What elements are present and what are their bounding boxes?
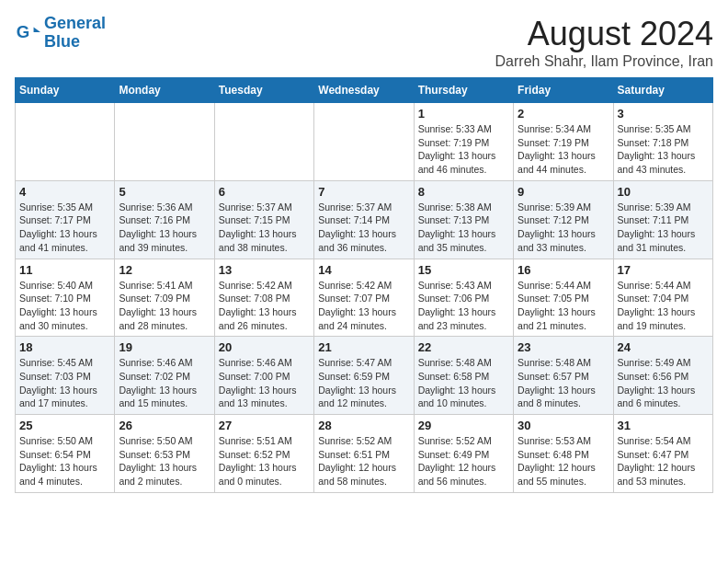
day-number: 10 [618, 185, 709, 199]
day-number: 16 [518, 263, 609, 277]
calendar-table: SundayMondayTuesdayWednesdayThursdayFrid… [15, 77, 713, 493]
logo-icon: G [15, 20, 40, 46]
weekday-header: Friday [514, 78, 613, 103]
day-info: Sunrise: 5:35 AM Sunset: 7:18 PM Dayligh… [618, 122, 709, 177]
day-info: Sunrise: 5:39 AM Sunset: 7:11 PM Dayligh… [618, 201, 709, 255]
day-info: Sunrise: 5:39 AM Sunset: 7:12 PM Dayligh… [518, 201, 609, 255]
calendar-cell [314, 103, 414, 181]
calendar-cell: 5Sunrise: 5:36 AM Sunset: 7:16 PM Daylig… [115, 180, 214, 259]
day-info: Sunrise: 5:46 AM Sunset: 7:00 PM Dayligh… [219, 356, 310, 410]
day-number: 14 [318, 263, 409, 277]
day-number: 22 [418, 340, 509, 354]
calendar-cell: 30Sunrise: 5:53 AM Sunset: 6:48 PM Dayli… [514, 415, 613, 493]
calendar-cell: 19Sunrise: 5:46 AM Sunset: 7:02 PM Dayli… [115, 337, 214, 415]
day-info: Sunrise: 5:44 AM Sunset: 7:05 PM Dayligh… [518, 279, 609, 333]
calendar-cell: 26Sunrise: 5:50 AM Sunset: 6:53 PM Dayli… [115, 415, 214, 493]
title-block: August 2024 Darreh Shahr, Ilam Province,… [495, 15, 713, 70]
day-info: Sunrise: 5:45 AM Sunset: 7:03 PM Dayligh… [19, 356, 110, 410]
calendar-cell: 29Sunrise: 5:52 AM Sunset: 6:49 PM Dayli… [414, 415, 513, 493]
day-number: 4 [19, 185, 110, 199]
month-title: August 2024 [495, 15, 713, 53]
day-info: Sunrise: 5:48 AM Sunset: 6:58 PM Dayligh… [418, 356, 509, 410]
calendar-header-row: SundayMondayTuesdayWednesdayThursdayFrid… [16, 78, 713, 103]
day-info: Sunrise: 5:46 AM Sunset: 7:02 PM Dayligh… [119, 356, 210, 410]
day-number: 18 [19, 340, 110, 354]
day-number: 3 [618, 107, 709, 121]
day-number: 30 [518, 419, 609, 432]
calendar-cell: 24Sunrise: 5:49 AM Sunset: 6:56 PM Dayli… [613, 337, 712, 415]
day-info: Sunrise: 5:37 AM Sunset: 7:14 PM Dayligh… [318, 201, 409, 255]
calendar-cell: 11Sunrise: 5:40 AM Sunset: 7:10 PM Dayli… [16, 259, 115, 337]
calendar-week-row: 4Sunrise: 5:35 AM Sunset: 7:17 PM Daylig… [16, 180, 713, 259]
day-info: Sunrise: 5:40 AM Sunset: 7:10 PM Dayligh… [19, 279, 110, 333]
day-info: Sunrise: 5:38 AM Sunset: 7:13 PM Dayligh… [418, 201, 509, 255]
calendar-cell: 12Sunrise: 5:41 AM Sunset: 7:09 PM Dayli… [115, 259, 214, 337]
day-info: Sunrise: 5:42 AM Sunset: 7:08 PM Dayligh… [219, 279, 310, 333]
calendar-cell: 7Sunrise: 5:37 AM Sunset: 7:14 PM Daylig… [314, 180, 414, 259]
day-number: 21 [318, 340, 409, 354]
day-number: 31 [618, 419, 709, 432]
logo: G General Blue [15, 15, 106, 52]
day-info: Sunrise: 5:54 AM Sunset: 6:47 PM Dayligh… [618, 434, 709, 488]
calendar-cell: 20Sunrise: 5:46 AM Sunset: 7:00 PM Dayli… [214, 337, 313, 415]
day-number: 17 [618, 263, 709, 277]
day-number: 5 [119, 185, 210, 199]
calendar-cell [214, 103, 313, 181]
calendar-cell: 2Sunrise: 5:34 AM Sunset: 7:19 PM Daylig… [514, 103, 613, 181]
day-info: Sunrise: 5:42 AM Sunset: 7:07 PM Dayligh… [318, 279, 409, 333]
day-info: Sunrise: 5:52 AM Sunset: 6:49 PM Dayligh… [418, 434, 509, 488]
day-info: Sunrise: 5:50 AM Sunset: 6:54 PM Dayligh… [19, 434, 110, 488]
calendar-cell: 8Sunrise: 5:38 AM Sunset: 7:13 PM Daylig… [414, 180, 513, 259]
day-info: Sunrise: 5:53 AM Sunset: 6:48 PM Dayligh… [518, 434, 609, 488]
calendar-cell: 25Sunrise: 5:50 AM Sunset: 6:54 PM Dayli… [16, 415, 115, 493]
day-number: 27 [219, 419, 310, 432]
day-info: Sunrise: 5:48 AM Sunset: 6:57 PM Dayligh… [518, 356, 609, 410]
day-info: Sunrise: 5:49 AM Sunset: 6:56 PM Dayligh… [618, 356, 709, 410]
day-number: 13 [219, 263, 310, 277]
day-info: Sunrise: 5:47 AM Sunset: 6:59 PM Dayligh… [318, 356, 409, 410]
logo-text: General Blue [44, 15, 106, 52]
weekday-header: Monday [115, 78, 214, 103]
calendar-cell: 27Sunrise: 5:51 AM Sunset: 6:52 PM Dayli… [214, 415, 313, 493]
calendar-week-row: 18Sunrise: 5:45 AM Sunset: 7:03 PM Dayli… [16, 337, 713, 415]
calendar-cell: 22Sunrise: 5:48 AM Sunset: 6:58 PM Dayli… [414, 337, 513, 415]
day-number: 25 [19, 419, 110, 432]
calendar-cell: 4Sunrise: 5:35 AM Sunset: 7:17 PM Daylig… [16, 180, 115, 259]
calendar-cell: 9Sunrise: 5:39 AM Sunset: 7:12 PM Daylig… [514, 180, 613, 259]
day-number: 24 [618, 340, 709, 354]
day-number: 2 [518, 107, 609, 121]
svg-text:G: G [17, 21, 30, 40]
day-number: 19 [119, 340, 210, 354]
calendar-cell: 21Sunrise: 5:47 AM Sunset: 6:59 PM Dayli… [314, 337, 414, 415]
day-number: 20 [219, 340, 310, 354]
calendar-cell: 31Sunrise: 5:54 AM Sunset: 6:47 PM Dayli… [613, 415, 712, 493]
calendar-cell: 23Sunrise: 5:48 AM Sunset: 6:57 PM Dayli… [514, 337, 613, 415]
day-info: Sunrise: 5:52 AM Sunset: 6:51 PM Dayligh… [318, 434, 409, 488]
calendar-week-row: 25Sunrise: 5:50 AM Sunset: 6:54 PM Dayli… [16, 415, 713, 493]
svg-marker-1 [34, 27, 40, 32]
calendar-cell: 6Sunrise: 5:37 AM Sunset: 7:15 PM Daylig… [214, 180, 313, 259]
day-info: Sunrise: 5:37 AM Sunset: 7:15 PM Dayligh… [219, 201, 310, 255]
calendar-cell: 18Sunrise: 5:45 AM Sunset: 7:03 PM Dayli… [16, 337, 115, 415]
calendar-cell: 1Sunrise: 5:33 AM Sunset: 7:19 PM Daylig… [414, 103, 513, 181]
location-title: Darreh Shahr, Ilam Province, Iran [495, 53, 713, 70]
calendar-cell [115, 103, 214, 181]
day-info: Sunrise: 5:34 AM Sunset: 7:19 PM Dayligh… [518, 122, 609, 177]
day-info: Sunrise: 5:36 AM Sunset: 7:16 PM Dayligh… [119, 201, 210, 255]
page-header: G General Blue August 2024 Darreh Shahr,… [15, 15, 713, 70]
calendar-week-row: 1Sunrise: 5:33 AM Sunset: 7:19 PM Daylig… [16, 103, 713, 181]
weekday-header: Saturday [613, 78, 712, 103]
calendar-cell: 15Sunrise: 5:43 AM Sunset: 7:06 PM Dayli… [414, 259, 513, 337]
calendar-week-row: 11Sunrise: 5:40 AM Sunset: 7:10 PM Dayli… [16, 259, 713, 337]
calendar-cell: 28Sunrise: 5:52 AM Sunset: 6:51 PM Dayli… [314, 415, 414, 493]
day-info: Sunrise: 5:43 AM Sunset: 7:06 PM Dayligh… [418, 279, 509, 333]
day-number: 15 [418, 263, 509, 277]
day-number: 23 [518, 340, 609, 354]
day-number: 12 [119, 263, 210, 277]
day-info: Sunrise: 5:33 AM Sunset: 7:19 PM Dayligh… [418, 122, 509, 177]
weekday-header: Sunday [16, 78, 115, 103]
weekday-header: Wednesday [314, 78, 414, 103]
day-number: 7 [318, 185, 409, 199]
day-number: 26 [119, 419, 210, 432]
calendar-cell [16, 103, 115, 181]
